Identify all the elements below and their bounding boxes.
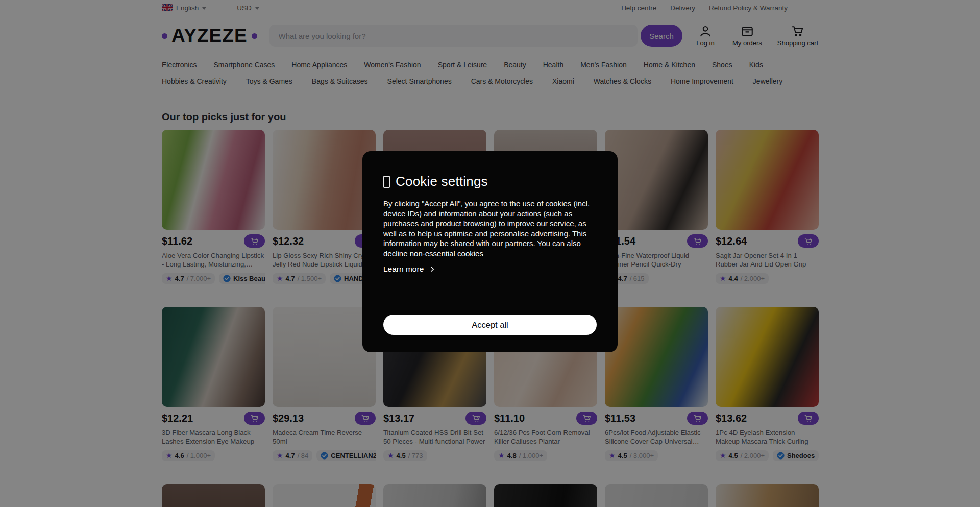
cookie-modal-title: Cookie settings — [383, 174, 597, 189]
cookie-modal-body: By clicking "Accept All", you agree to t… — [383, 199, 597, 258]
cookie-emoji-placeholder-icon — [383, 176, 390, 188]
chevron-right-icon — [429, 265, 436, 273]
cookie-modal-title-text: Cookie settings — [396, 174, 488, 189]
accept-all-button[interactable]: Accept all — [383, 315, 597, 335]
learn-more-link[interactable]: Learn more — [383, 264, 597, 274]
decline-cookies-link[interactable]: decline non-essential cookies — [383, 249, 483, 258]
learn-more-label: Learn more — [383, 264, 424, 274]
cookie-settings-modal: Cookie settings By clicking "Accept All"… — [362, 151, 618, 352]
cookie-body-text: By clicking "Accept All", you agree to t… — [383, 199, 590, 248]
